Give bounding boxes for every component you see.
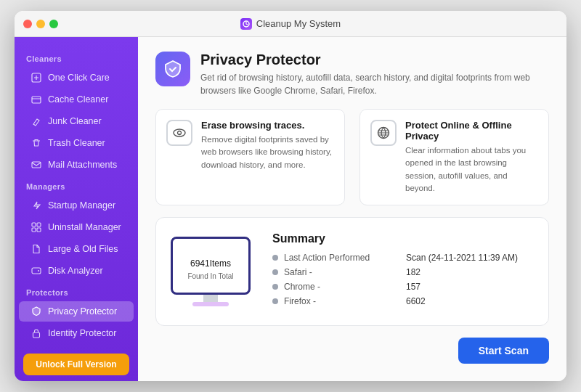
- monitor-illustration: 6941Items Found In Total: [171, 237, 251, 306]
- svg-rect-6: [32, 228, 36, 232]
- start-scan-button[interactable]: Start Scan: [458, 338, 549, 364]
- sidebar-item-privacy-protector[interactable]: Privacy Protector: [19, 301, 134, 322]
- summary-label: Firefox -: [284, 296, 400, 306]
- sidebar-item-label: Junk Cleaner: [48, 116, 102, 126]
- main-content: Privacy Protector Get rid of browsing hi…: [138, 37, 566, 381]
- cursor-icon: [31, 72, 42, 83]
- feature-title: Protect Online & Offline Privacy: [405, 120, 538, 142]
- cleaners-section-label: Cleaners: [15, 49, 138, 66]
- sidebar-item-uninstall-manager[interactable]: Uninstall Manager: [19, 217, 134, 237]
- sidebar-item-label: Trash Cleaner: [48, 138, 105, 148]
- sidebar-item-label: Mail Attachments: [48, 160, 117, 170]
- summary-value: 157: [406, 282, 420, 292]
- app-window: Cleanup My System Cleaners One Click Car…: [15, 11, 566, 381]
- summary-row-last-action: Last Action Performed Scan (24-11-2021 1…: [272, 253, 534, 263]
- sidebar-item-one-click-care[interactable]: One Click Care: [19, 68, 134, 88]
- svg-point-13: [179, 134, 180, 135]
- feature-card-erase-traces: Erase browsing traces. Remove digital fo…: [155, 109, 345, 205]
- sidebar-item-label: Startup Manager: [48, 200, 115, 211]
- summary-row-safari: Safari - 182: [272, 267, 534, 277]
- shield-icon: [31, 306, 42, 317]
- summary-value: Scan (24-11-2021 11:39 AM): [406, 253, 518, 263]
- svg-point-9: [38, 270, 39, 271]
- title-bar: Cleanup My System: [15, 11, 566, 37]
- sidebar-item-startup-manager[interactable]: Startup Manager: [19, 195, 134, 216]
- found-label: Found In Total: [187, 272, 233, 280]
- svg-point-11: [174, 129, 185, 136]
- globe-icon: [370, 120, 397, 146]
- sidebar: Cleaners One Click Care Cache: [15, 37, 138, 381]
- content-area: Cleaners One Click Care Cache: [15, 37, 566, 381]
- sidebar-item-label: Privacy Protector: [48, 306, 117, 317]
- svg-rect-4: [32, 223, 36, 226]
- feature-text-erase-traces: Erase browsing traces. Remove digital fo…: [201, 120, 334, 171]
- svg-rect-10: [33, 332, 40, 338]
- minimize-button[interactable]: [36, 20, 45, 28]
- summary-value: 6602: [406, 296, 426, 306]
- svg-rect-5: [37, 223, 41, 226]
- sidebar-item-identity-protector[interactable]: Identity Protector: [19, 323, 134, 343]
- sidebar-item-junk-cleaner[interactable]: Junk Cleaner: [19, 111, 134, 131]
- sidebar-item-mail-attachments[interactable]: Mail Attachments: [19, 155, 134, 175]
- svg-rect-3: [32, 162, 41, 168]
- features-section: Erase browsing traces. Remove digital fo…: [155, 109, 549, 205]
- sidebar-item-large-old-files[interactable]: Large & Old Files: [19, 239, 134, 259]
- summary-label: Chrome -: [284, 282, 400, 292]
- close-button[interactable]: [23, 20, 32, 28]
- footer: Start Scan: [155, 338, 549, 367]
- summary-dot: [272, 269, 278, 275]
- summary-details: Summary Last Action Performed Scan (24-1…: [272, 232, 534, 311]
- monitor-base: [192, 302, 229, 306]
- app-title: Cleanup My System: [256, 18, 341, 29]
- sidebar-item-label: Cache Cleaner: [48, 94, 108, 105]
- summary-row-chrome: Chrome - 157: [272, 282, 534, 292]
- managers-section-label: Managers: [15, 176, 138, 194]
- summary-dot: [272, 284, 278, 290]
- svg-rect-8: [32, 268, 41, 274]
- summary-row-firefox: Firefox - 6602: [272, 296, 534, 306]
- sidebar-item-cache-cleaner[interactable]: Cache Cleaner: [19, 89, 134, 110]
- monitor-screen: 6941Items Found In Total: [171, 237, 251, 295]
- disk-icon: [31, 265, 42, 277]
- summary-label: Last Action Performed: [284, 253, 400, 263]
- broom-icon: [31, 115, 42, 127]
- grid-icon: [31, 221, 42, 233]
- page-header: Privacy Protector Get rid of browsing hi…: [155, 52, 549, 97]
- sidebar-item-trash-cleaner[interactable]: Trash Cleaner: [19, 133, 134, 153]
- maximize-button[interactable]: [49, 20, 58, 28]
- protectors-section-label: Protectors: [15, 282, 138, 300]
- sidebar-item-label: Large & Old Files: [48, 244, 118, 254]
- sidebar-item-label: One Click Care: [48, 73, 110, 83]
- summary-card: 6941Items Found In Total Summary Last Ac…: [155, 217, 549, 326]
- bolt-icon: [31, 200, 42, 211]
- feature-card-protect-privacy: Protect Online & Offline Privacy Clear i…: [359, 109, 549, 205]
- summary-title: Summary: [272, 232, 534, 245]
- total-items-display: 6941Items: [190, 252, 231, 271]
- eye-icon: [166, 120, 192, 146]
- sidebar-bottom: Unlock Full Version: [15, 345, 138, 381]
- monitor-neck: [203, 295, 218, 302]
- svg-rect-2: [32, 97, 41, 103]
- lock-icon: [31, 327, 42, 339]
- feature-title: Erase browsing traces.: [201, 120, 334, 131]
- title-bar-text: Cleanup My System: [240, 18, 341, 30]
- svg-rect-7: [37, 228, 41, 232]
- sidebar-item-label: Uninstall Manager: [48, 222, 121, 232]
- summary-value: 182: [406, 267, 420, 277]
- summary-dot: [272, 255, 278, 261]
- page-title: Privacy Protector: [200, 52, 549, 68]
- feature-description: Remove digital footprints saved by web b…: [201, 134, 334, 171]
- summary-label: Safari -: [284, 267, 400, 277]
- traffic-lights: [23, 20, 58, 28]
- page-header-text: Privacy Protector Get rid of browsing hi…: [200, 52, 549, 97]
- privacy-protector-icon: [155, 52, 190, 86]
- sidebar-item-label: Identity Protector: [48, 328, 117, 338]
- mail-icon: [31, 159, 42, 171]
- sidebar-item-disk-analyzer[interactable]: Disk Analyzer: [19, 261, 134, 281]
- summary-dot: [272, 298, 278, 304]
- file-icon: [31, 243, 42, 255]
- unlock-full-version-button[interactable]: Unlock Full Version: [23, 354, 129, 375]
- feature-description: Clear information about tabs you opened …: [405, 144, 538, 195]
- sidebar-item-label: Disk Analyzer: [48, 266, 103, 276]
- app-icon: [240, 18, 252, 30]
